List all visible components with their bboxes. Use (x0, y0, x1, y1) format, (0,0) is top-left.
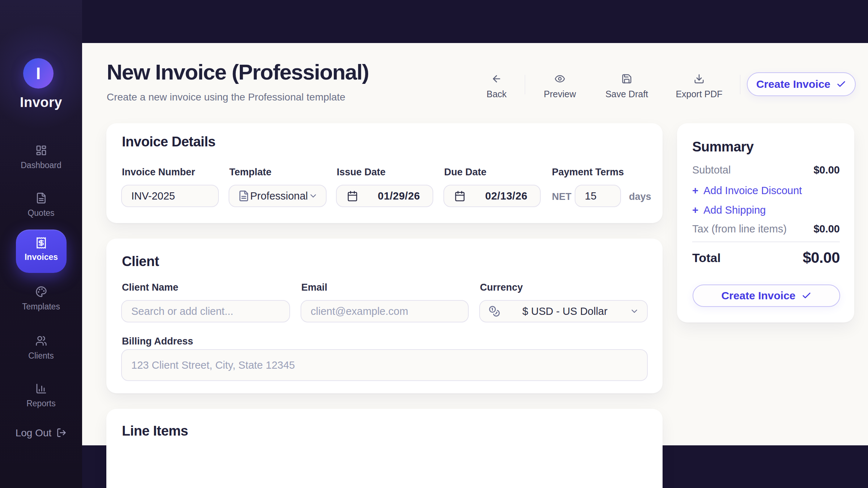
back-label: Back (469, 89, 524, 99)
sidebar-item-dashboard[interactable]: Dashboard (0, 145, 82, 170)
issue-date-value: 01/29/26 (365, 190, 433, 202)
main-content: New Invoice (Professional) Create a new … (82, 43, 868, 445)
reports-chart-icon (35, 383, 47, 394)
header-divider (525, 75, 525, 94)
export-pdf-label: Export PDF (672, 89, 726, 99)
plus-icon: + (692, 204, 698, 216)
client-name-input[interactable] (121, 300, 290, 322)
header-divider (740, 75, 740, 94)
file-text-icon (238, 190, 250, 202)
total-value: $0.00 (803, 249, 840, 266)
sidebar-item-clients[interactable]: Clients (0, 335, 82, 361)
due-date-value: 02/13/26 (473, 190, 540, 202)
quotes-icon (35, 192, 47, 204)
billing-address-input[interactable]: 123 Client Street, City, State 12345 (121, 349, 648, 381)
total-row: Total $0.00 (692, 249, 840, 266)
subtotal-label: Subtotal (692, 164, 731, 176)
email-input[interactable] (301, 300, 469, 322)
page-subtitle: Create a new invoice using the Professio… (107, 91, 345, 103)
client-name-label: Client Name (122, 282, 178, 293)
template-select[interactable]: Professional (229, 185, 327, 207)
issue-date-label: Issue Date (337, 167, 386, 178)
save-draft-button[interactable]: Save Draft (600, 73, 654, 99)
sidebar-item-invoices[interactable]: Invoices (16, 230, 67, 273)
invoices-receipt-icon (35, 237, 47, 249)
add-shipping-link[interactable]: +Add Shipping (692, 204, 766, 216)
add-shipping-label: Add Shipping (703, 204, 766, 216)
sidebar: I Invory Dashboard Quotes Invoices T (0, 0, 82, 488)
client-card: Client Client Name Email Currency $ USD … (106, 239, 663, 393)
calendar-icon (347, 191, 358, 202)
sidebar-item-label: Reports (0, 399, 82, 408)
template-label: Template (229, 167, 272, 178)
save-draft-label: Save Draft (600, 89, 654, 99)
chevron-down-icon (630, 307, 639, 316)
calendar-icon (454, 191, 465, 202)
line-items-card: Line Items (106, 409, 663, 488)
sidebar-item-label: Clients (0, 351, 82, 361)
coins-icon (489, 305, 500, 317)
create-invoice-label: Create Invoice (756, 78, 830, 90)
currency-value: $ USD - US Dollar (500, 305, 630, 317)
tax-value: $0.00 (813, 223, 840, 235)
tax-label: Tax (from line items) (692, 223, 787, 235)
sidebar-item-reports[interactable]: Reports (0, 383, 82, 408)
days-suffix-label: days (629, 191, 651, 202)
summary-card: Summary Subtotal $0.00 +Add Invoice Disc… (677, 123, 854, 322)
preview-label: Preview (533, 89, 587, 99)
add-invoice-discount-label: Add Invoice Discount (703, 185, 802, 196)
app-window: I Invory Dashboard Quotes Invoices T (0, 0, 868, 488)
create-invoice-label: Create Invoice (721, 290, 795, 302)
due-date-label: Due Date (444, 167, 486, 178)
back-button[interactable]: Back (469, 73, 524, 99)
currency-select[interactable]: $ USD - US Dollar (479, 300, 648, 322)
dashboard-icon (35, 145, 47, 156)
invoice-number-label: Invoice Number (122, 167, 195, 178)
invoice-number-input[interactable] (121, 185, 219, 207)
plus-icon: + (692, 185, 698, 196)
preview-button[interactable]: Preview (533, 73, 587, 99)
check-icon (836, 79, 846, 89)
eye-icon (554, 73, 565, 84)
create-invoice-button-summary[interactable]: Create Invoice (693, 284, 840, 307)
sidebar-item-label: Invoices (16, 252, 67, 262)
brand-name: Invory (0, 95, 82, 110)
net-prefix-label: NET (552, 191, 571, 202)
payment-terms-label: Payment Terms (552, 167, 624, 178)
billing-address-label: Billing Address (122, 336, 193, 347)
brand-logo: I (23, 58, 54, 89)
export-pdf-button[interactable]: Export PDF (672, 73, 726, 99)
total-label: Total (692, 251, 721, 265)
subtotal-value: $0.00 (813, 164, 840, 176)
billing-address-placeholder: 123 Client Street, City, State 12345 (131, 359, 295, 371)
section-title-line-items: Line Items (122, 423, 188, 439)
tax-row: Tax (from line items) $0.00 (692, 223, 840, 235)
payment-terms-input[interactable] (575, 185, 621, 207)
clients-users-icon (35, 335, 47, 347)
chevron-down-icon (309, 191, 318, 201)
email-label: Email (301, 282, 327, 293)
sidebar-item-label: Quotes (0, 208, 82, 218)
download-icon (694, 73, 705, 84)
currency-label: Currency (480, 282, 523, 293)
check-icon (801, 291, 812, 301)
sidebar-item-label: Dashboard (0, 160, 82, 170)
section-title-invoice-details: Invoice Details (122, 134, 216, 150)
arrow-left-icon (491, 73, 502, 84)
save-icon (621, 73, 632, 84)
issue-date-input[interactable]: 01/29/26 (336, 185, 433, 207)
logout-icon (56, 428, 67, 438)
section-title-summary: Summary (692, 139, 754, 155)
section-title-client: Client (122, 254, 159, 269)
templates-palette-icon (35, 286, 47, 297)
create-invoice-button[interactable]: Create Invoice (747, 72, 856, 96)
page-title: New Invoice (Professional) (107, 60, 369, 85)
logout-button[interactable]: Log Out (0, 427, 82, 439)
template-value: Professional (250, 190, 309, 202)
add-invoice-discount-link[interactable]: +Add Invoice Discount (692, 185, 802, 197)
invoice-details-card: Invoice Details Invoice Number Template … (106, 123, 663, 223)
sidebar-item-templates[interactable]: Templates (0, 286, 82, 312)
logout-label: Log Out (16, 427, 52, 438)
sidebar-item-quotes[interactable]: Quotes (0, 192, 82, 218)
due-date-input[interactable]: 02/13/26 (443, 185, 541, 207)
